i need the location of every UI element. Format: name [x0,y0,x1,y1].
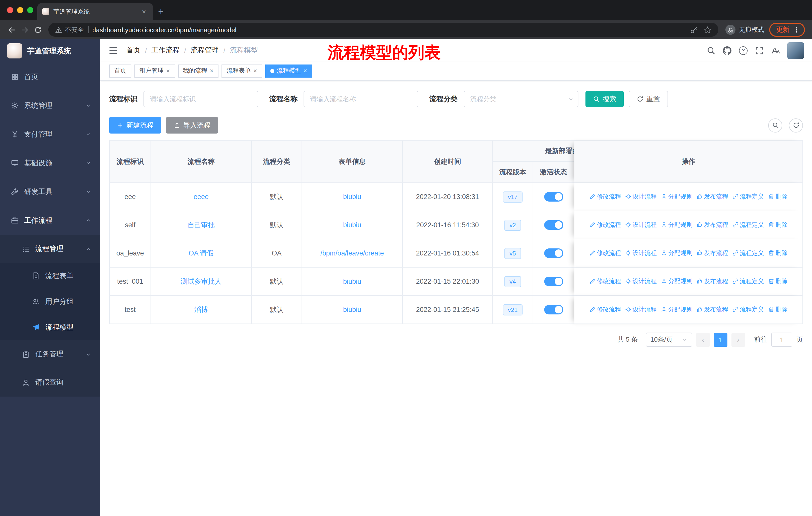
modify-flow-link[interactable]: 修改流程 [589,249,621,257]
sidebar-collapse-icon[interactable] [108,45,118,55]
create-process-button[interactable]: 新建流程 [109,117,161,134]
delete-link[interactable]: 删除 [768,221,788,229]
page-size-select[interactable]: 10条/页 [646,332,692,347]
flow-definition-link[interactable]: 流程定义 [732,249,764,257]
next-page-button[interactable]: › [731,333,745,347]
password-key-icon[interactable] [690,26,698,33]
process-id-input[interactable] [143,91,258,107]
publish-flow-link[interactable]: 发布流程 [696,192,728,201]
publish-flow-link[interactable]: 发布流程 [696,277,728,286]
forward-button[interactable] [18,23,31,36]
close-icon[interactable]: × [253,67,257,74]
assign-rule-link[interactable]: 分配规则 [661,192,692,201]
help-icon[interactable] [739,46,748,55]
modify-flow-link[interactable]: 修改流程 [589,305,621,314]
sidebar-item-user-group[interactable]: 用户分组 [0,289,100,315]
delete-link[interactable]: 删除 [768,277,788,286]
fullscreen-icon[interactable] [755,46,764,55]
design-flow-link[interactable]: 设计流程 [625,192,657,201]
security-indicator[interactable]: 不安全 [55,25,84,34]
browser-menu-icon[interactable]: ⋮ [793,26,800,34]
goto-page-input[interactable] [771,332,792,347]
search-icon[interactable] [707,46,715,55]
delete-link[interactable]: 删除 [768,192,788,201]
publish-flow-link[interactable]: 发布流程 [696,305,728,314]
close-window-button[interactable] [7,7,13,13]
sidebar-item-process-management[interactable]: 流程管理 [0,235,100,263]
sidebar-item-process-form[interactable]: 流程表单 [0,263,100,289]
sidebar-item-home[interactable]: 首页 [0,62,100,91]
address-bar[interactable]: 不安全 dashboard.yudao.iocoder.cn/bpm/manag… [48,23,718,37]
refresh-table-button[interactable] [789,118,803,132]
process-name-link[interactable]: 测试多审批人 [181,277,222,285]
publish-flow-link[interactable]: 发布流程 [696,249,728,257]
reset-button[interactable]: 重置 [629,91,668,107]
active-toggle[interactable] [544,192,563,201]
flow-definition-link[interactable]: 流程定义 [732,305,764,314]
user-avatar[interactable] [787,42,804,59]
publish-flow-link[interactable]: 发布流程 [696,221,728,229]
form-info-link[interactable]: biubiu [343,221,361,229]
back-button[interactable] [5,23,18,36]
assign-rule-link[interactable]: 分配规则 [661,305,692,314]
process-name-link[interactable]: eeee [194,193,209,200]
breadcrumb-home[interactable]: 首页 [126,46,141,55]
tag-home[interactable]: 首页 [109,64,132,77]
active-toggle[interactable] [544,305,563,315]
flow-definition-link[interactable]: 流程定义 [732,192,764,201]
modify-flow-link[interactable]: 修改流程 [589,192,621,201]
design-flow-link[interactable]: 设计流程 [625,305,657,314]
breadcrumb-workflow[interactable]: 工作流程 [151,46,180,55]
flow-definition-link[interactable]: 流程定义 [732,277,764,286]
tag-process-form[interactable]: 流程表单 × [222,64,262,77]
bookmark-star-icon[interactable] [704,26,711,33]
current-page-button[interactable]: 1 [714,333,727,347]
process-category-select[interactable] [464,91,578,107]
prev-page-button[interactable]: ‹ [696,333,710,347]
search-button[interactable]: 搜索 [585,91,624,107]
sidebar-item-leave-query[interactable]: 请假查询 [0,369,100,397]
assign-rule-link[interactable]: 分配规则 [661,249,692,257]
assign-rule-link[interactable]: 分配规则 [661,277,692,286]
active-toggle[interactable] [544,220,563,230]
sidebar-item-dev-tools[interactable]: 研发工具 [0,178,100,206]
app-logo[interactable]: 芋道管理系统 [0,39,100,62]
import-process-button[interactable]: 导入流程 [166,117,218,134]
process-name-link[interactable]: 自己审批 [187,221,215,228]
process-name-link[interactable]: OA 请假 [188,249,213,257]
process-name-link[interactable]: 滔博 [194,306,208,313]
sidebar-item-system-management[interactable]: 系统管理 [0,91,100,120]
tab-close-icon[interactable]: × [140,7,148,16]
browser-tab[interactable]: 芋道管理系统 × [37,3,153,20]
active-toggle[interactable] [544,248,563,258]
design-flow-link[interactable]: 设计流程 [625,249,657,257]
design-flow-link[interactable]: 设计流程 [625,277,657,286]
tag-my-process[interactable]: 我的流程 × [178,64,219,77]
sidebar-item-task-management[interactable]: 任务管理 [0,340,100,369]
github-icon[interactable] [723,46,731,55]
modify-flow-link[interactable]: 修改流程 [589,221,621,229]
form-info-link[interactable]: /bpm/oa/leave/create [320,249,384,257]
design-flow-link[interactable]: 设计流程 [625,221,657,229]
font-size-icon[interactable] [771,46,780,55]
form-info-link[interactable]: biubiu [343,193,361,200]
sidebar-item-payment-management[interactable]: 支付管理 [0,120,100,148]
close-icon[interactable]: × [303,67,307,74]
delete-link[interactable]: 删除 [768,305,788,314]
sidebar-item-process-model[interactable]: 流程模型 [0,315,100,340]
tag-process-model[interactable]: 流程模型 × [265,64,312,77]
chrome-update-button[interactable]: 更新 ⋮ [769,23,805,37]
active-toggle[interactable] [544,277,563,286]
close-icon[interactable]: × [210,67,213,74]
toggle-search-button[interactable] [768,118,782,132]
flow-definition-link[interactable]: 流程定义 [732,221,764,229]
assign-rule-link[interactable]: 分配规则 [661,221,692,229]
reload-button[interactable] [31,23,44,36]
process-name-input[interactable] [303,91,418,107]
tag-tenant-management[interactable]: 租户管理 × [135,64,175,77]
breadcrumb-process-management[interactable]: 流程管理 [191,46,219,55]
sidebar-item-workflow[interactable]: 工作流程 [0,206,100,235]
maximize-window-button[interactable] [27,7,33,13]
form-info-link[interactable]: biubiu [343,278,361,285]
modify-flow-link[interactable]: 修改流程 [589,277,621,286]
